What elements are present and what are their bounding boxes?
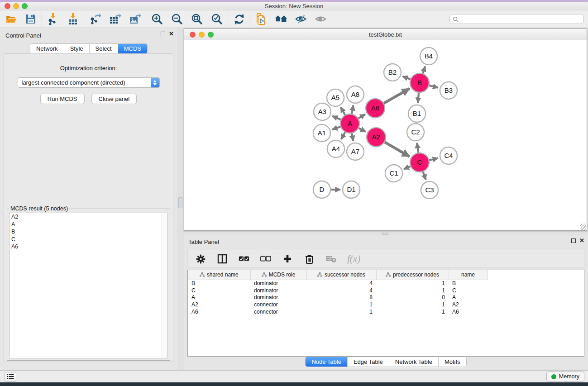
graph-edge-A-A6[interactable]	[358, 114, 365, 119]
table-row[interactable]: A2connector11A2	[188, 301, 488, 308]
table-settings-button[interactable]	[195, 253, 206, 264]
tab-style[interactable]: Style	[64, 44, 90, 53]
graph-edge-A-A7[interactable]	[352, 133, 353, 141]
graph-node-A4[interactable]: A4	[327, 140, 344, 157]
column-header-predecessor-nodes[interactable]: predecessor nodes	[376, 270, 449, 280]
function-builder-button[interactable]: f(x)	[347, 253, 360, 264]
close-panel-icon[interactable]: ✕	[169, 32, 174, 36]
float-panel-icon[interactable]	[161, 32, 165, 36]
export-image-button[interactable]	[129, 13, 141, 25]
panel-splitter-horizontal[interactable]	[184, 231, 588, 235]
optimization-criterion-dropdown[interactable]: largest connected component (directed)	[18, 77, 160, 88]
hide-others-button[interactable]	[295, 13, 307, 25]
network-canvas[interactable]: AA1A2A3A4A5A6A7A8BB1B2B3B4CC1C2C3C4DD1	[184, 40, 587, 230]
add-column-button[interactable]	[282, 253, 293, 264]
tab-network[interactable]: Network	[30, 44, 64, 53]
float-panel-icon[interactable]	[571, 238, 576, 243]
graph-node-A6[interactable]: A6	[366, 99, 385, 118]
list-item[interactable]: A6	[10, 243, 167, 251]
graph-node-B1[interactable]: B1	[408, 105, 425, 122]
graph-node-C1[interactable]: C1	[385, 165, 402, 182]
graph-edge-A-A3[interactable]	[332, 116, 341, 119]
tab-mcds[interactable]: MCDS	[118, 44, 147, 53]
delete-column-button[interactable]	[304, 253, 315, 264]
search-field[interactable]	[449, 14, 583, 24]
graph-edge-B-B1[interactable]	[418, 92, 419, 103]
zoom-in-button[interactable]	[151, 13, 163, 25]
graph-node-D1[interactable]: D1	[343, 181, 360, 198]
graph-edge-B-B4[interactable]	[423, 67, 425, 74]
tab-select[interactable]: Select	[90, 44, 118, 53]
open-file-button[interactable]	[5, 13, 17, 25]
network-graph[interactable]: AA1A2A3A4A5A6A7A8BB1B2B3B4CC1C2C3C4DD1	[184, 40, 587, 230]
list-item[interactable]: B	[10, 228, 167, 236]
list-item[interactable]: A	[10, 221, 167, 229]
graph-edge-A2-C[interactable]	[384, 142, 409, 157]
panel-splitter-vertical[interactable]	[177, 28, 184, 370]
graph-node-B[interactable]: B	[410, 73, 429, 92]
close-panel-icon[interactable]: ✕	[579, 238, 584, 243]
graph-node-C4[interactable]: C4	[440, 147, 457, 164]
graph-edge-B-B3[interactable]	[429, 85, 438, 87]
graph-edge-A-A5[interactable]	[341, 107, 345, 115]
table-row[interactable]: Cdominator41C	[188, 287, 488, 294]
close-panel-button[interactable]: Close panel	[91, 94, 137, 104]
save-session-button[interactable]	[24, 13, 37, 25]
import-table-button[interactable]	[67, 13, 79, 25]
graph-node-D[interactable]: D	[313, 181, 330, 198]
graph-node-A8[interactable]: A8	[347, 86, 364, 103]
show-log-button[interactable]	[5, 372, 16, 381]
refresh-button[interactable]	[233, 13, 245, 25]
graph-edge-C-C1[interactable]	[404, 166, 411, 169]
list-item[interactable]: C	[10, 236, 167, 243]
column-header-shared-name[interactable]: shared name	[188, 270, 250, 280]
splitter-handle[interactable]	[178, 197, 182, 208]
graph-node-A3[interactable]: A3	[314, 103, 331, 120]
tab-node-table[interactable]: Node Table	[306, 357, 348, 367]
home-button[interactable]	[275, 13, 287, 25]
zoom-out-button[interactable]	[171, 13, 183, 25]
delete-table-button[interactable]	[325, 253, 336, 264]
table-row[interactable]: A6connector11A6	[188, 308, 488, 315]
show-column-panel-button[interactable]	[217, 253, 228, 264]
zoom-selected-button[interactable]	[210, 13, 223, 25]
graph-edge-A6-B[interactable]	[383, 89, 409, 104]
column-header-mcds-role[interactable]: MCDS role	[250, 270, 306, 280]
column-header-name[interactable]: name	[449, 270, 488, 280]
mcds-result-list[interactable]: A2 A B C A6	[9, 213, 168, 358]
tab-motifs[interactable]: Motifs	[439, 357, 466, 367]
splitter-handle[interactable]	[382, 232, 388, 235]
graph-node-A5[interactable]: A5	[327, 89, 344, 106]
graph-edge-A-A2[interactable]	[359, 128, 366, 132]
graph-node-C2[interactable]: C2	[407, 124, 424, 141]
graph-edge-C-C4[interactable]	[429, 158, 438, 161]
search-input[interactable]	[460, 16, 580, 22]
graph-node-B2[interactable]: B2	[384, 64, 401, 81]
select-all-columns-button[interactable]	[239, 253, 249, 264]
table-row[interactable]: Bdominator41B	[188, 280, 488, 287]
graph-node-A[interactable]: A	[340, 114, 359, 133]
graph-node-B4[interactable]: B4	[420, 48, 437, 65]
import-network-button[interactable]	[47, 13, 59, 25]
graph-edge-A-A1[interactable]	[332, 127, 341, 130]
graph-node-B3[interactable]: B3	[440, 82, 457, 99]
graph-edge-A-A8[interactable]	[352, 105, 354, 114]
graph-edge-C-C3[interactable]	[423, 172, 426, 180]
show-all-button[interactable]	[315, 13, 327, 25]
graph-edge-B-B2[interactable]	[402, 76, 411, 80]
graph-node-C3[interactable]: C3	[421, 181, 438, 199]
result-list-scrollbar[interactable]	[162, 213, 167, 358]
list-item[interactable]: A2	[10, 213, 167, 221]
zoom-fit-button[interactable]	[191, 13, 203, 25]
unselect-all-columns-button[interactable]	[260, 253, 271, 264]
graph-node-A2[interactable]: A2	[367, 128, 386, 147]
column-header-successor-nodes[interactable]: successor nodes	[306, 270, 376, 280]
run-mcds-button[interactable]: Run MCDS	[40, 94, 85, 104]
export-network-button[interactable]	[89, 13, 101, 25]
window-resize-grip[interactable]	[580, 224, 586, 230]
graph-node-A7[interactable]: A7	[347, 143, 364, 160]
duplicate-network-button[interactable]	[255, 13, 268, 25]
memory-button[interactable]: Memory	[546, 372, 584, 381]
table-row[interactable]: Adominator80A	[188, 294, 488, 301]
graph-edge-C-C2[interactable]	[417, 143, 418, 153]
